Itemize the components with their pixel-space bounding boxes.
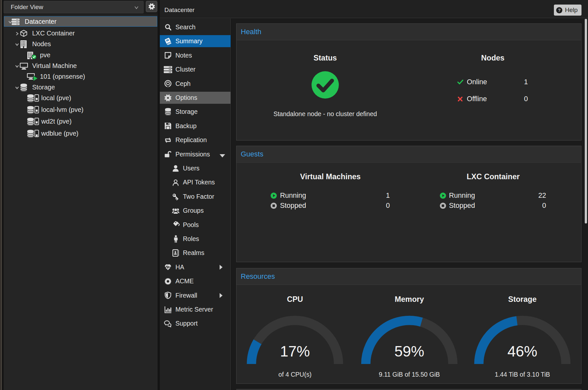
svg-text:?: ? bbox=[558, 8, 560, 13]
